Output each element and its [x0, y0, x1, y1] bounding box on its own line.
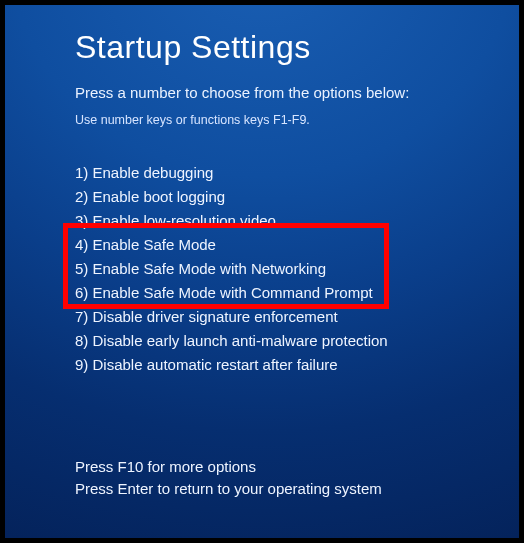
option-1[interactable]: 1) Enable debugging	[75, 161, 519, 185]
footer-enter: Press Enter to return to your operating …	[75, 478, 382, 500]
footer-text: Press F10 for more options Press Enter t…	[75, 456, 382, 500]
options-list: 1) Enable debugging 2) Enable boot loggi…	[75, 161, 519, 377]
option-3[interactable]: 3) Enable low-resolution video	[75, 209, 519, 233]
option-9[interactable]: 9) Disable automatic restart after failu…	[75, 353, 519, 377]
option-5[interactable]: 5) Enable Safe Mode with Networking	[75, 257, 519, 281]
subtitle-text: Press a number to choose from the option…	[75, 84, 519, 101]
option-4[interactable]: 4) Enable Safe Mode	[75, 233, 519, 257]
option-2[interactable]: 2) Enable boot logging	[75, 185, 519, 209]
option-7[interactable]: 7) Disable driver signature enforcement	[75, 305, 519, 329]
startup-settings-screen: Startup Settings Press a number to choos…	[5, 5, 519, 538]
option-6[interactable]: 6) Enable Safe Mode with Command Prompt	[75, 281, 519, 305]
window-frame: Startup Settings Press a number to choos…	[0, 0, 524, 543]
hint-text: Use number keys or functions keys F1-F9.	[75, 113, 519, 127]
page-title: Startup Settings	[75, 29, 519, 66]
option-8[interactable]: 8) Disable early launch anti-malware pro…	[75, 329, 519, 353]
footer-more-options: Press F10 for more options	[75, 456, 382, 478]
